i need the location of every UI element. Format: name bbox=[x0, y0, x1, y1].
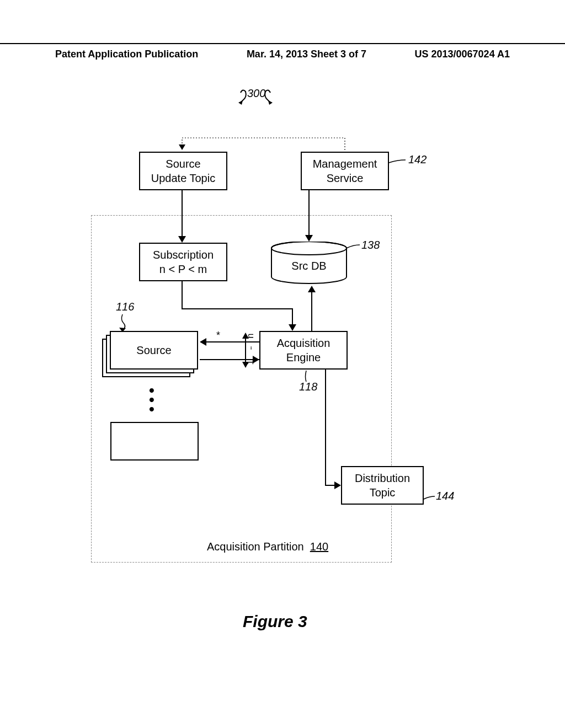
box-subscription: Subscription n < P < m bbox=[139, 243, 227, 281]
label-sut-l2: Update Topic bbox=[151, 171, 215, 185]
ref-142: 142 bbox=[408, 153, 427, 166]
svg-marker-0 bbox=[238, 100, 243, 105]
ref-116: 116 bbox=[116, 301, 134, 313]
box-source-update-topic: Source Update Topic bbox=[139, 152, 227, 190]
label-eng-l1: Acquisition bbox=[277, 336, 331, 350]
dotted-mgmt-to-topic bbox=[0, 77, 565, 171]
ref-300-bracket bbox=[0, 77, 565, 121]
edge-n: n bbox=[246, 334, 255, 339]
page-header: Patent Application Publication Mar. 14, … bbox=[0, 43, 565, 60]
cylinder-srcdb: Src DB bbox=[270, 242, 348, 285]
box-management-service: Management Service bbox=[301, 152, 389, 190]
svg-marker-1 bbox=[268, 100, 273, 105]
ref-300: 300 bbox=[247, 87, 265, 100]
figure-area: 300 Source Update Topic Management Servi… bbox=[0, 77, 565, 629]
box-empty bbox=[110, 422, 199, 461]
header-left: Patent Application Publication bbox=[55, 49, 198, 60]
label-sut-l1: Source bbox=[166, 157, 200, 171]
label-eng-l2: Engine bbox=[286, 350, 321, 365]
label-sub-l2: n < P < m bbox=[159, 262, 207, 276]
source-stack: Source bbox=[102, 331, 199, 381]
label-mgmt-l2: Service bbox=[327, 171, 364, 185]
label-mgmt-l1: Management bbox=[313, 157, 377, 171]
ref-144: 144 bbox=[436, 490, 454, 502]
edge-dots: ··· bbox=[246, 347, 255, 350]
edge-one: 1 bbox=[246, 360, 255, 365]
ref-118: 118 bbox=[299, 381, 317, 393]
label-sub-l1: Subscription bbox=[153, 248, 214, 262]
header-center: Mar. 14, 2013 Sheet 3 of 7 bbox=[247, 49, 366, 60]
box-acquisition-engine: Acquisition Engine bbox=[259, 331, 348, 370]
label-dist-l2: Topic bbox=[370, 485, 396, 500]
header-right: US 2013/0067024 A1 bbox=[415, 49, 510, 60]
svg-marker-2 bbox=[179, 144, 185, 150]
figure-caption: Figure 3 bbox=[243, 612, 307, 631]
ref-140: 140 bbox=[310, 540, 328, 553]
edge-star: * bbox=[216, 330, 220, 341]
label-source: Source bbox=[136, 344, 171, 357]
vertical-dots: ••• bbox=[149, 386, 154, 414]
ref-138: 138 bbox=[361, 239, 380, 251]
label-srcdb: Src DB bbox=[291, 260, 326, 272]
partition-label: Acquisition Partition 140 bbox=[207, 540, 328, 553]
partition-text: Acquisition Partition bbox=[207, 540, 304, 553]
box-distribution-topic: Distribution Topic bbox=[341, 466, 424, 505]
label-dist-l1: Distribution bbox=[355, 471, 410, 485]
